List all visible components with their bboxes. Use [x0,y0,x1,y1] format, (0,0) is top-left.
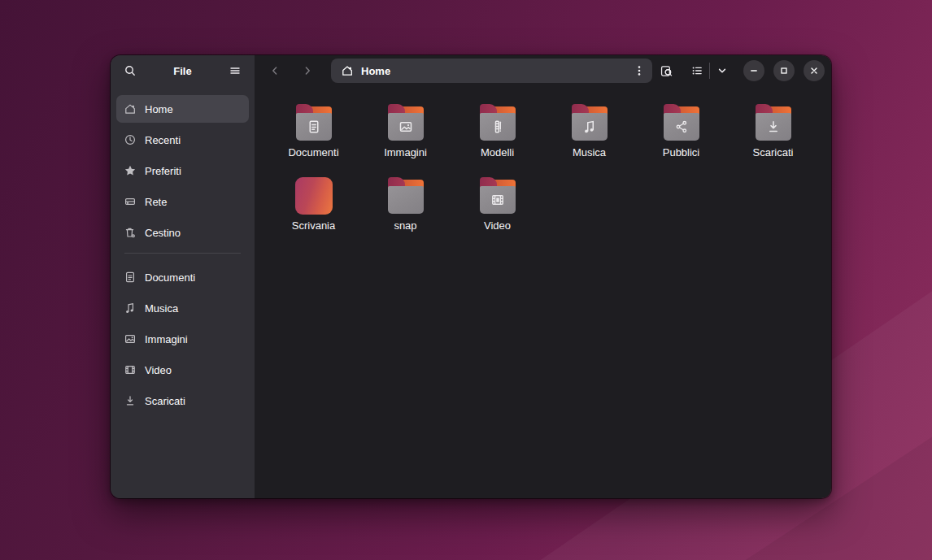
files-app-window: File Home Recenti Preferiti Rete [111,55,831,498]
main-pane: Home [255,55,831,498]
file-label: Documenti [288,147,338,158]
star-icon [124,164,137,177]
sidebar-item-label: Recenti [145,134,181,146]
view-options-button[interactable] [710,59,734,83]
search-button[interactable] [118,59,142,83]
sidebar-item-trash[interactable]: Cestino [116,219,249,246]
chevron-left-icon [268,64,281,77]
sidebar-item-label: Scaricati [145,395,185,407]
search-icon [124,64,137,77]
image-icon [124,332,137,345]
file-label: Video [484,220,511,231]
home-icon [124,102,137,115]
home-icon [341,64,354,77]
folder-pictures-icon [387,104,425,141]
file-item-documenti[interactable]: Documenti [268,104,359,177]
file-item-scaricati[interactable]: Scaricati [727,104,819,177]
list-view-button[interactable] [685,59,709,83]
share-emblem-icon [673,119,690,135]
file-item-video[interactable]: Video [451,177,543,250]
desktop: { "colors": { "wallpaper_start": "#45133… [0,0,932,560]
template-emblem-icon [490,119,506,135]
sidebar-header: File [111,55,255,86]
image-emblem-icon [398,119,414,135]
search-folder-icon [660,64,673,78]
close-button[interactable] [804,60,825,81]
hamburger-menu-icon [229,64,242,77]
sidebar-item-label: Preferiti [145,165,181,177]
sidebar-item-label: Immagini [145,333,188,345]
sidebar-item-network[interactable]: Rete [116,188,249,215]
file-item-immagini[interactable]: Immagini [359,104,451,177]
maximize-icon [778,65,790,76]
folder-videos-icon [479,177,516,215]
folder-templates-icon [479,104,516,141]
location-bar[interactable]: Home [331,59,652,83]
sidebar: File Home Recenti Preferiti Rete [111,55,255,498]
folder-download-icon [755,104,792,141]
sidebar-item-label: Rete [145,196,167,208]
file-label: Pubblici [663,147,700,158]
sidebar-list: Home Recenti Preferiti Rete Cestino [111,86,255,418]
film-icon [124,363,137,376]
view-toggle-group [685,59,734,83]
folder-public-icon [663,104,700,141]
file-item-modelli[interactable]: Modelli [451,104,543,177]
headerbar-actions [654,59,825,83]
chevron-right-icon [301,64,314,77]
sidebar-item-downloads[interactable]: Scaricati [116,387,249,415]
folder-icon [387,177,425,215]
trash-icon [124,226,137,239]
sidebar-item-videos[interactable]: Video [116,356,249,384]
kebab-menu-icon [633,64,646,77]
sidebar-divider [124,253,241,254]
music-emblem-icon [581,119,598,135]
sidebar-item-home[interactable]: Home [116,95,249,123]
main-menu-button[interactable] [223,59,247,83]
folder-music-icon [571,104,608,141]
file-item-scrivania[interactable]: Scrivania [268,177,359,250]
chevron-down-icon [716,64,729,77]
desktop-folder-icon [295,177,333,215]
sidebar-item-label: Documenti [145,271,195,284]
minimize-icon [748,65,760,76]
document-emblem-icon [306,119,322,135]
sidebar-item-label: Video [145,364,172,376]
file-label: Immagini [384,147,427,158]
sidebar-item-label: Home [145,103,173,115]
app-title: File [142,65,223,77]
maximize-button[interactable] [773,60,795,81]
back-button[interactable] [263,59,287,83]
download-emblem-icon [765,119,782,135]
close-icon [808,65,820,76]
network-icon [124,195,137,208]
file-item-pubblici[interactable]: Pubblici [635,104,727,177]
sidebar-item-label: Cestino [145,227,181,239]
file-label: snap [394,220,416,231]
file-label: Modelli [481,147,514,158]
file-label: Scrivania [292,220,335,231]
music-note-icon [124,302,137,315]
current-location-label: Home [361,65,621,77]
sidebar-item-pictures[interactable]: Immagini [116,325,249,353]
document-icon [124,271,137,284]
folder-documents-icon [295,104,333,141]
download-icon [124,394,137,407]
location-menu-button[interactable] [628,60,651,81]
search-everywhere-button[interactable] [654,59,678,83]
file-item-snap[interactable]: snap [359,177,451,250]
file-label: Scaricati [753,147,794,158]
sidebar-item-music[interactable]: Musica [116,294,249,322]
list-view-icon [690,64,703,77]
sidebar-item-recent[interactable]: Recenti [116,126,249,154]
file-label: Musica [573,147,606,158]
headerbar: Home [255,55,831,86]
forward-button[interactable] [295,59,320,83]
sidebar-item-starred[interactable]: Preferiti [116,157,249,184]
files-grid: Documenti Immagini Modelli [255,86,831,250]
sidebar-item-documents[interactable]: Documenti [116,263,249,291]
file-item-musica[interactable]: Musica [543,104,635,177]
minimize-button[interactable] [743,60,764,81]
film-emblem-icon [490,192,506,208]
sidebar-item-label: Musica [145,302,178,315]
